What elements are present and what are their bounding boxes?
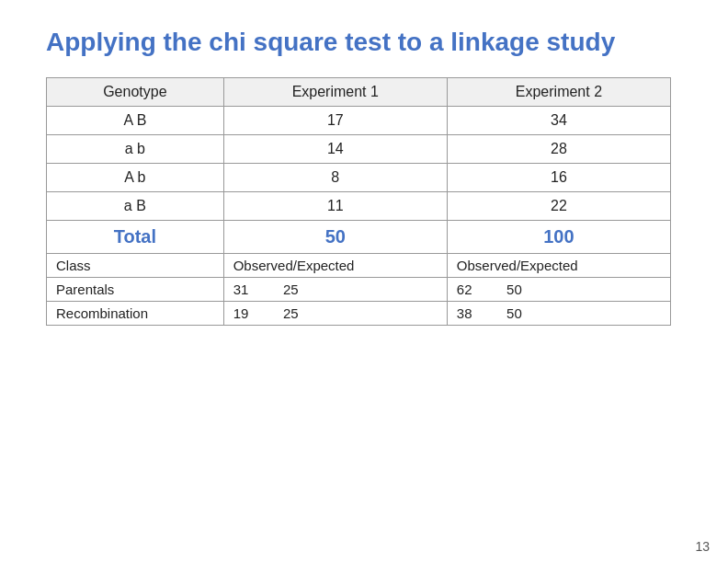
exp1-cell: 11 <box>223 192 447 221</box>
recombination-exp1: 19 25 <box>223 302 447 326</box>
parentals-row: Parentals 31 25 62 50 <box>47 278 671 302</box>
exp1-cell: 14 <box>223 135 447 164</box>
recombination-row: Recombination 19 25 38 50 <box>47 302 671 326</box>
class-label: Class <box>47 254 224 278</box>
table-row: a b 14 28 <box>47 135 671 164</box>
exp2-cell: 22 <box>447 192 670 221</box>
col-header-exp1: Experiment 1 <box>223 78 447 107</box>
genotype-cell: a b <box>47 135 224 164</box>
recombination-exp2-expected: 50 <box>506 305 522 321</box>
exp1-cell: 17 <box>223 107 447 135</box>
parentals-label: Parentals <box>47 278 224 302</box>
recombination-exp1-observed: 19 <box>233 305 249 321</box>
table-row: a B 11 22 <box>47 192 671 221</box>
total-label: Total <box>47 221 224 254</box>
exp2-cell: 16 <box>447 164 670 192</box>
data-table: Genotype Experiment 1 Experiment 2 A B 1… <box>46 77 671 326</box>
total-exp2: 100 <box>447 221 670 254</box>
exp2-cell: 28 <box>447 135 670 164</box>
table-header-row: Genotype Experiment 1 Experiment 2 <box>47 78 671 107</box>
page-number: 13 <box>695 539 710 554</box>
genotype-cell: A B <box>47 107 224 135</box>
table-row: A b 8 16 <box>47 164 671 192</box>
class-header-row: Class Observed/Expected Observed/Expecte… <box>47 254 671 278</box>
parentals-exp2: 62 50 <box>447 278 670 302</box>
recombination-label: Recombination <box>47 302 224 326</box>
parentals-exp1-observed: 31 <box>233 282 249 297</box>
col-header-exp2: Experiment 2 <box>447 78 670 107</box>
class-obs-exp-header-2: Observed/Expected <box>447 254 670 278</box>
total-row: Total 50 100 <box>47 221 671 254</box>
total-exp1: 50 <box>223 221 447 254</box>
genotype-cell: a B <box>47 192 224 221</box>
table-row: A B 17 34 <box>47 107 671 135</box>
col-header-genotype: Genotype <box>47 78 224 107</box>
exp1-cell: 8 <box>223 164 447 192</box>
recombination-exp2-observed: 38 <box>457 305 472 321</box>
class-obs-exp-header-1: Observed/Expected <box>223 254 447 278</box>
exp2-cell: 34 <box>447 107 670 135</box>
recombination-exp1-expected: 25 <box>283 305 299 321</box>
parentals-exp2-expected: 50 <box>506 282 522 297</box>
slide-title: Applying the chi square test to a linkag… <box>46 28 682 57</box>
parentals-exp1-expected: 25 <box>283 282 299 297</box>
parentals-exp1: 31 25 <box>223 278 447 302</box>
genotype-cell: A b <box>47 164 224 192</box>
recombination-exp2: 38 50 <box>447 302 670 326</box>
parentals-exp2-observed: 62 <box>457 282 472 297</box>
slide-page: Applying the chi square test to a linkag… <box>0 0 728 563</box>
